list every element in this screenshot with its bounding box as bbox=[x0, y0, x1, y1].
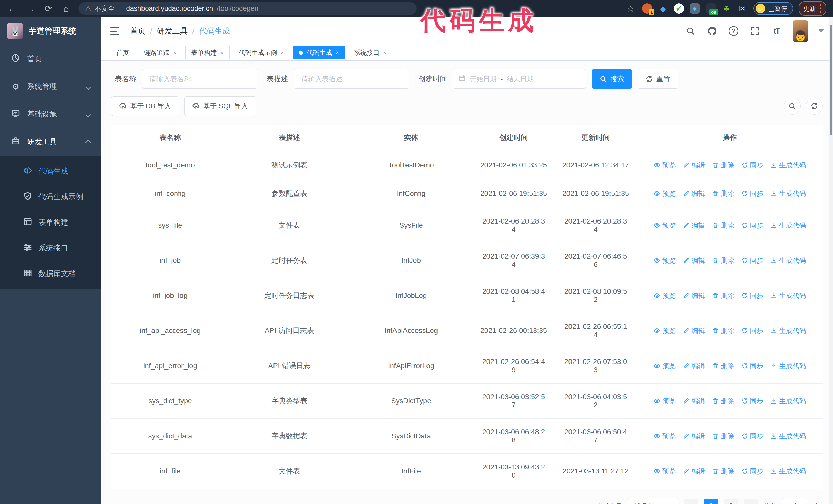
fullscreen-icon[interactable] bbox=[749, 25, 761, 37]
generate-code-link[interactable]: 生成代码 bbox=[770, 256, 806, 265]
help-icon[interactable]: ? bbox=[728, 25, 739, 37]
generate-code-link[interactable]: 生成代码 bbox=[770, 397, 806, 406]
sidebar-item-system[interactable]: ⚙ 系统管理 bbox=[0, 73, 101, 100]
preview-link[interactable]: 预览 bbox=[653, 189, 675, 198]
scrollbar-thumb[interactable] bbox=[830, 25, 832, 135]
delete-link[interactable]: 删除 bbox=[712, 221, 734, 230]
edit-link[interactable]: 编辑 bbox=[683, 256, 705, 265]
delete-link[interactable]: 删除 bbox=[712, 256, 734, 265]
edit-link[interactable]: 编辑 bbox=[683, 432, 705, 441]
delete-link[interactable]: 删除 bbox=[712, 326, 734, 335]
preview-link[interactable]: 预览 bbox=[653, 432, 675, 441]
edit-link[interactable]: 编辑 bbox=[683, 361, 705, 370]
db-import-button[interactable]: 基于 DB 导入 bbox=[111, 96, 179, 116]
table-row[interactable]: inf_api_error_log API 错误日志 InfApiErrorLo… bbox=[111, 349, 823, 384]
table-row[interactable]: inf_job_log 定时任务日志表 InfJobLog 2021-02-08… bbox=[111, 278, 823, 313]
extension-orange-icon[interactable]: 1 bbox=[642, 3, 652, 14]
github-icon[interactable] bbox=[706, 25, 718, 37]
sidebar-item-form-builder[interactable]: 表单构建 bbox=[0, 210, 101, 235]
table-row[interactable]: sys_dict_data 字典数据表 SysDictData 2021-03-… bbox=[111, 418, 823, 454]
table-row[interactable]: sys_file 文件表 SysFile 2021-02-06 20:28:3 … bbox=[111, 208, 823, 243]
edit-link[interactable]: 编辑 bbox=[683, 291, 705, 300]
extension-dark-icon[interactable]: on bbox=[706, 3, 716, 14]
sync-link[interactable]: 同步 bbox=[741, 256, 763, 265]
delete-link[interactable]: 删除 bbox=[712, 467, 734, 476]
search-button[interactable]: 搜索 bbox=[592, 69, 632, 89]
extension-droid-icon[interactable]: ☘ bbox=[721, 3, 732, 14]
table-row[interactable]: inf_file 文件表 InfFile 2021-03-13 09:43:2 … bbox=[111, 454, 823, 489]
close-icon[interactable]: × bbox=[336, 49, 339, 56]
sync-link[interactable]: 同步 bbox=[741, 432, 763, 441]
delete-link[interactable]: 删除 bbox=[712, 397, 734, 406]
sidebar-item-system-api[interactable]: 系统接口 bbox=[0, 235, 101, 261]
search-icon[interactable] bbox=[685, 25, 696, 37]
scrollbar[interactable] bbox=[829, 17, 833, 504]
generate-code-link[interactable]: 生成代码 bbox=[770, 467, 806, 476]
generate-code-link[interactable]: 生成代码 bbox=[770, 361, 806, 370]
edit-link[interactable]: 编辑 bbox=[683, 467, 705, 476]
generate-code-link[interactable]: 生成代码 bbox=[770, 326, 806, 335]
extension-green-check-icon[interactable]: ✔ bbox=[674, 3, 684, 14]
delete-link[interactable]: 删除 bbox=[712, 432, 734, 441]
preview-link[interactable]: 预览 bbox=[653, 361, 675, 370]
kebab-menu-icon[interactable]: ••• bbox=[820, 3, 822, 14]
edit-link[interactable]: 编辑 bbox=[683, 189, 705, 198]
preview-link[interactable]: 预览 bbox=[653, 221, 675, 230]
table-row[interactable]: inf_api_access_log API 访问日志表 InfApiAcces… bbox=[111, 313, 823, 349]
tab-codegen[interactable]: 代码生成× bbox=[293, 46, 345, 59]
sync-link[interactable]: 同步 bbox=[741, 361, 763, 370]
extension-gem-icon[interactable]: ◆ bbox=[658, 3, 668, 14]
preview-link[interactable]: 预览 bbox=[653, 291, 675, 300]
table-row[interactable]: tool_test_demo 测试示例表 ToolTestDemo 2021-0… bbox=[111, 151, 823, 179]
delete-link[interactable]: 删除 bbox=[712, 291, 734, 300]
user-avatar[interactable]: 👦 bbox=[792, 20, 808, 42]
delete-link[interactable]: 删除 bbox=[712, 361, 734, 370]
sync-link[interactable]: 同步 bbox=[741, 467, 763, 476]
generate-code-link[interactable]: 生成代码 bbox=[770, 161, 806, 170]
delete-link[interactable]: 删除 bbox=[712, 189, 734, 198]
preview-link[interactable]: 预览 bbox=[653, 467, 675, 476]
reset-button[interactable]: 重置 bbox=[638, 69, 678, 89]
address-bar[interactable]: ⚠ 不安全 dashboard.yudao.iocoder.cn/tool/co… bbox=[78, 2, 417, 15]
preview-link[interactable]: 预览 bbox=[653, 161, 675, 170]
sync-link[interactable]: 同步 bbox=[741, 326, 763, 335]
preview-link[interactable]: 预览 bbox=[653, 397, 675, 406]
sync-link[interactable]: 同步 bbox=[741, 221, 763, 230]
generate-code-link[interactable]: 生成代码 bbox=[770, 291, 806, 300]
table-name-input[interactable] bbox=[142, 69, 257, 89]
sync-link[interactable]: 同步 bbox=[741, 161, 763, 170]
avatar-caret-down-icon[interactable] bbox=[819, 29, 824, 32]
tab-tracing[interactable]: 链路追踪× bbox=[138, 46, 182, 59]
back-icon[interactable]: ← bbox=[7, 3, 18, 14]
sidebar-item-infra[interactable]: 基础设施 bbox=[0, 100, 101, 128]
table-desc-input[interactable] bbox=[294, 69, 409, 89]
toggle-search-button[interactable] bbox=[784, 98, 801, 115]
sync-link[interactable]: 同步 bbox=[741, 291, 763, 300]
prev-page-button[interactable]: ‹ bbox=[684, 499, 698, 504]
close-icon[interactable]: × bbox=[383, 49, 386, 56]
generate-code-link[interactable]: 生成代码 bbox=[770, 221, 806, 230]
sidebar-item-db-doc[interactable]: 数据库文档 bbox=[0, 261, 101, 287]
edit-link[interactable]: 编辑 bbox=[683, 397, 705, 406]
delete-link[interactable]: 删除 bbox=[712, 161, 734, 170]
preview-link[interactable]: 预览 bbox=[653, 256, 675, 265]
sidebar-item-devtools[interactable]: 研发工具 bbox=[0, 128, 101, 156]
extensions-puzzle-icon[interactable]: ⚄ bbox=[737, 3, 748, 14]
sql-import-button[interactable]: 基于 SQL 导入 bbox=[184, 96, 256, 116]
home-icon[interactable]: ⌂ bbox=[61, 3, 72, 14]
font-size-icon[interactable]: tT bbox=[771, 25, 782, 37]
tab-codegen-example[interactable]: 代码生成示例× bbox=[233, 46, 290, 59]
goto-page-input[interactable] bbox=[783, 498, 808, 504]
tab-form-builder[interactable]: 表单构建× bbox=[185, 46, 230, 59]
breadcrumb-item[interactable]: 研发工具 bbox=[157, 26, 188, 37]
sidebar-item-codegen-example[interactable]: 代码生成示例 bbox=[0, 184, 101, 210]
page-button-1[interactable]: 1 bbox=[704, 499, 718, 504]
close-icon[interactable]: × bbox=[220, 49, 224, 56]
extension-grid-icon[interactable]: ◆ bbox=[690, 3, 700, 14]
tab-home[interactable]: 首页 bbox=[110, 46, 135, 59]
sidebar-item-home[interactable]: 首页 bbox=[0, 45, 101, 73]
preview-link[interactable]: 预览 bbox=[653, 326, 675, 335]
page-button-2[interactable]: 2 bbox=[723, 499, 738, 504]
generate-code-link[interactable]: 生成代码 bbox=[770, 189, 806, 198]
edit-link[interactable]: 编辑 bbox=[683, 326, 705, 335]
